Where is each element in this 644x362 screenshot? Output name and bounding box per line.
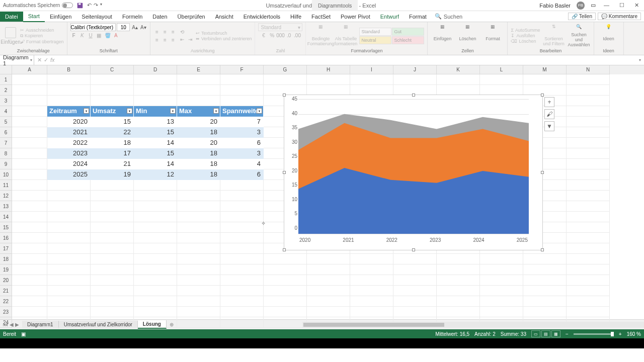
cell[interactable]: [523, 254, 567, 264]
fx-icon[interactable]: fx: [50, 57, 55, 63]
border-icon[interactable]: ▦: [96, 32, 103, 39]
filter-icon[interactable]: ▾: [257, 108, 262, 114]
paste-button[interactable]: Einfügen: [3, 25, 18, 47]
cell[interactable]: [12, 159, 47, 169]
close-icon[interactable]: ✕: [632, 2, 641, 9]
table-cell[interactable]: 4: [220, 159, 264, 169]
style-neutral[interactable]: Neutral: [359, 36, 391, 44]
cell[interactable]: [220, 275, 264, 286]
cell[interactable]: [177, 264, 220, 275]
column-header[interactable]: D: [134, 65, 177, 74]
table-row[interactable]: 20251912186: [47, 169, 264, 180]
cell[interactable]: [12, 180, 47, 191]
cell[interactable]: [177, 191, 220, 201]
enter-formula-icon[interactable]: ✓: [44, 57, 48, 63]
merge-center-button[interactable]: ⬌ Verbinden und zentrieren: [196, 36, 252, 41]
cell[interactable]: [567, 296, 610, 307]
cell[interactable]: [567, 74, 610, 85]
table-row[interactable]: 20231715183: [47, 148, 264, 159]
column-header[interactable]: E: [177, 65, 220, 74]
format-cells-button[interactable]: ▦Format: [481, 24, 504, 47]
cell[interactable]: [177, 180, 220, 191]
cell[interactable]: [523, 275, 567, 286]
column-header[interactable]: F: [220, 65, 264, 74]
cell[interactable]: [307, 275, 350, 286]
row-header[interactable]: 4: [0, 106, 12, 117]
cell[interactable]: [220, 307, 264, 317]
cell[interactable]: [47, 307, 91, 317]
cell[interactable]: [264, 317, 307, 328]
cell[interactable]: [134, 222, 177, 233]
view-pagelayout-icon[interactable]: ▤: [541, 330, 550, 337]
increase-indent-icon[interactable]: ⇥: [187, 36, 194, 43]
cell[interactable]: [220, 222, 264, 233]
cell[interactable]: [12, 96, 47, 106]
cell[interactable]: [567, 127, 610, 138]
cell[interactable]: [307, 286, 350, 296]
cell[interactable]: [134, 85, 177, 96]
cell[interactable]: [91, 286, 134, 296]
row-header[interactable]: 5: [0, 117, 12, 127]
chart-elements-button[interactable]: +: [544, 97, 554, 107]
cell[interactable]: [220, 264, 264, 275]
table-row[interactable]: 20221814206: [47, 138, 264, 148]
table-cell[interactable]: 14: [134, 138, 177, 148]
cell[interactable]: [220, 96, 264, 106]
cell[interactable]: [350, 296, 393, 307]
cell[interactable]: [134, 286, 177, 296]
table-cell[interactable]: 18: [177, 159, 220, 169]
chevron-down-icon[interactable]: ▾: [30, 58, 34, 62]
cell[interactable]: [567, 180, 610, 191]
cell[interactable]: [12, 201, 47, 212]
filter-icon[interactable]: ▾: [213, 108, 219, 114]
table-cell[interactable]: 7: [220, 117, 264, 127]
cell[interactable]: [437, 264, 480, 275]
table-row[interactable]: 20242114184: [47, 159, 264, 169]
cell[interactable]: [307, 307, 350, 317]
filter-icon[interactable]: ▾: [84, 108, 89, 114]
cell[interactable]: [350, 307, 393, 317]
increase-font-icon[interactable]: A▴: [131, 24, 138, 31]
cell[interactable]: [47, 243, 91, 254]
cell[interactable]: [567, 307, 610, 317]
cell[interactable]: [567, 159, 610, 169]
cell[interactable]: [47, 222, 91, 233]
tell-me-search[interactable]: 🔍 Suchen: [435, 13, 462, 20]
column-header[interactable]: K: [437, 65, 480, 74]
cell[interactable]: [134, 264, 177, 275]
cell[interactable]: [480, 254, 523, 264]
plot-area[interactable]: 454035302520151050 202020212022202320242…: [298, 99, 529, 234]
table-cell[interactable]: 18: [177, 148, 220, 159]
resize-handle[interactable]: [283, 248, 286, 251]
increase-decimal-icon[interactable]: .0: [285, 32, 292, 39]
cell[interactable]: [177, 233, 220, 243]
cell[interactable]: [264, 254, 307, 264]
cell[interactable]: [47, 254, 91, 264]
cell[interactable]: [567, 243, 610, 254]
cell[interactable]: [177, 296, 220, 307]
cell[interactable]: [264, 286, 307, 296]
cell[interactable]: [567, 106, 610, 117]
table-cell[interactable]: 17: [91, 148, 134, 159]
row-header[interactable]: 14: [0, 212, 12, 222]
cell[interactable]: [134, 191, 177, 201]
cell[interactable]: [12, 307, 47, 317]
undo-icon[interactable]: ↶: [87, 2, 92, 9]
cell[interactable]: [12, 275, 47, 286]
tab-powerpivot[interactable]: Power Pivot: [336, 12, 375, 22]
cell[interactable]: [567, 254, 610, 264]
cell[interactable]: [12, 74, 47, 85]
tab-formeln[interactable]: Formeln: [117, 12, 147, 22]
cell[interactable]: [47, 96, 91, 106]
sheet-nav-first-icon[interactable]: ⏮: [3, 322, 8, 327]
cell[interactable]: [437, 85, 480, 96]
tab-hilfe[interactable]: Hilfe: [285, 12, 306, 22]
resize-handle[interactable]: [541, 248, 544, 251]
cell[interactable]: [220, 254, 264, 264]
maximize-icon[interactable]: ☐: [617, 2, 626, 9]
cell[interactable]: [12, 191, 47, 201]
cell[interactable]: [523, 74, 567, 85]
cell[interactable]: [47, 264, 91, 275]
chart-filter-button[interactable]: ▼: [544, 121, 554, 131]
row-header[interactable]: 2: [0, 85, 12, 96]
